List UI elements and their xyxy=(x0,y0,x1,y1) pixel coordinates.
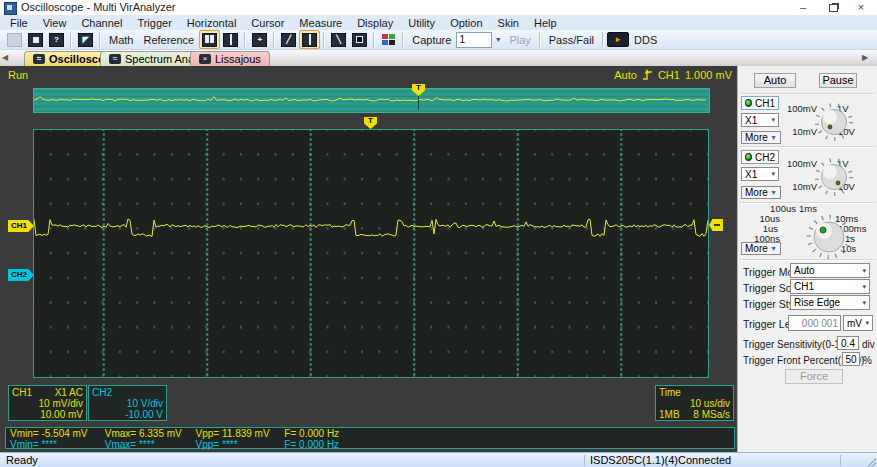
ch1-knob-label-10mv: 10mV xyxy=(785,126,817,137)
chevron-down-icon: ▾ xyxy=(862,299,866,307)
ch1-info-probe: X1 AC xyxy=(55,387,83,398)
menu-view[interactable]: View xyxy=(43,17,67,29)
trigger-sensitivity-unit: div xyxy=(862,339,875,350)
ch2-scale-knob[interactable] xyxy=(814,157,854,197)
ch1-enable-button[interactable]: CH1 xyxy=(741,96,779,110)
capture-label: Capture xyxy=(407,34,456,46)
menu-cursor[interactable]: Cursor xyxy=(251,17,284,29)
trigger-source-select[interactable]: CH1▾ xyxy=(790,279,870,294)
ch2-probe-select[interactable]: X1▾ xyxy=(741,167,779,181)
window-title: Oscilloscope - Multi VirAnalyzer xyxy=(21,1,175,13)
split-view-icon[interactable] xyxy=(199,30,220,49)
chevron-down-icon: ▾ xyxy=(771,116,775,124)
ch2-more-button[interactable]: More▼ xyxy=(741,186,781,199)
math-button[interactable]: Math xyxy=(104,34,138,46)
record-preview[interactable] xyxy=(33,88,710,113)
ch2-info-scale: 10 V/div xyxy=(127,398,163,409)
xy-view-icon[interactable] xyxy=(220,30,241,49)
chevron-down-icon: ▼ xyxy=(770,245,777,252)
minimize-button[interactable]: – xyxy=(789,0,817,15)
ch2-position-marker[interactable]: CH2 xyxy=(8,269,34,281)
ch1-position-marker[interactable]: CH1 xyxy=(8,220,34,232)
menu-channel[interactable]: Channel xyxy=(81,17,122,29)
trigger-level-input[interactable] xyxy=(788,315,841,331)
timebase-knob[interactable] xyxy=(805,213,853,261)
preview-trace xyxy=(34,97,706,101)
pointer-icon[interactable]: ◤ xyxy=(75,30,96,49)
app-window: Oscilloscope - Multi VirAnalyzer – × Fil… xyxy=(0,0,877,467)
ch1-knob-label-100mv: 100mV xyxy=(781,103,817,114)
trigger-mode-select[interactable]: Auto▾ xyxy=(790,263,870,278)
pause-button[interactable]: Pause xyxy=(819,73,857,88)
spectrum-tab-icon: ≈ xyxy=(109,54,121,64)
trigger-style-select[interactable]: Rise Edge▾ xyxy=(790,295,870,310)
line-icon[interactable]: ╲ xyxy=(328,30,349,49)
chevron-down-icon: ▾ xyxy=(865,319,869,327)
dds-icon[interactable]: ▸ xyxy=(607,32,629,47)
menu-skin[interactable]: Skin xyxy=(498,17,519,29)
trigger-front-input[interactable] xyxy=(842,352,860,366)
menu-horizontal[interactable]: Horizontal xyxy=(187,17,237,29)
ch1-knob-indicator xyxy=(828,125,833,130)
ch1-info-scale: 10 mV/div xyxy=(39,398,83,409)
ch1-more-button[interactable]: More▼ xyxy=(741,131,781,144)
menu-display[interactable]: Display xyxy=(357,17,393,29)
help-icon[interactable]: ? xyxy=(46,30,67,49)
ch1-info-offset: 10.00 mV xyxy=(40,409,83,420)
measurements-box: Vmin= -5.504 mV Vmax= 6.335 mV Vpp= 11.8… xyxy=(5,427,735,449)
square-icon[interactable] xyxy=(349,30,370,49)
auto-button[interactable]: Auto xyxy=(754,73,796,88)
play-button[interactable]: Play xyxy=(504,34,535,46)
tab-scroll-right-icon[interactable]: ▶ xyxy=(862,53,868,62)
ch1-trace-svg xyxy=(34,130,708,377)
trigger-level-unit-select[interactable]: mV▾ xyxy=(843,315,873,331)
ch2-info-title: CH2 xyxy=(92,387,112,398)
menu-option[interactable]: Option xyxy=(450,17,482,29)
resize-grip[interactable] xyxy=(865,456,876,467)
title-bar: Oscilloscope - Multi VirAnalyzer – × xyxy=(0,0,877,16)
ch1-measurements: Vmin= -5.504 mV Vmax= 6.335 mV Vpp= 11.8… xyxy=(10,428,730,439)
ch1-probe-select[interactable]: X1▾ xyxy=(741,113,779,127)
display-icon[interactable] xyxy=(299,30,320,49)
trigger-front-unit: % xyxy=(863,355,872,366)
open-icon[interactable] xyxy=(4,30,25,49)
plot-trigger-flag[interactable]: T xyxy=(364,117,377,129)
readout-channel: CH1 xyxy=(658,69,680,81)
status-device: ISDS205C(1.1)(4)Connected xyxy=(590,454,731,466)
restore-button[interactable] xyxy=(819,0,847,15)
dds-button[interactable]: DDS xyxy=(629,34,662,46)
capture-input[interactable] xyxy=(456,32,492,48)
waveform-plot[interactable] xyxy=(33,129,709,378)
readout-level: 1.000 mV xyxy=(685,69,732,81)
chevron-down-icon: ▾ xyxy=(862,283,866,291)
tab-scroll-left-icon[interactable]: ◀ xyxy=(2,53,8,62)
menu-file[interactable]: File xyxy=(10,17,28,29)
crosshair-icon[interactable]: + xyxy=(249,30,270,49)
restore-icon xyxy=(829,4,838,12)
status-bar: Ready ISDS205C(1.1)(4)Connected xyxy=(0,452,877,467)
menu-bar: File View Channel Trigger Horizontal Cur… xyxy=(0,15,877,30)
reference-button[interactable]: Reference xyxy=(138,34,199,46)
menu-utility[interactable]: Utility xyxy=(408,17,435,29)
ch2-enable-button[interactable]: CH2 xyxy=(741,150,779,164)
time-more-button[interactable]: More▼ xyxy=(741,242,781,255)
menu-help[interactable]: Help xyxy=(534,17,557,29)
trigger-level-marker[interactable] xyxy=(709,219,723,231)
force-button[interactable]: Force xyxy=(785,369,843,384)
palette-icon[interactable] xyxy=(378,30,399,49)
tab-lissajous[interactable]: × Lissajous xyxy=(190,51,270,66)
trigger-sensitivity-input[interactable] xyxy=(837,336,859,350)
oscilloscope-tab-icon: ≈ xyxy=(33,54,45,64)
tab-label: Lissajous xyxy=(215,53,261,65)
menu-trigger[interactable]: Trigger xyxy=(137,17,171,29)
capture-dropdown-icon[interactable]: ▾ xyxy=(492,32,504,48)
passfail-button[interactable]: Pass/Fail xyxy=(544,34,599,46)
ruler-icon[interactable]: ╱ xyxy=(278,30,299,49)
ch1-info-box: CH1X1 AC 10 mV/div 10.00 mV xyxy=(8,385,87,421)
close-button[interactable]: × xyxy=(847,0,875,15)
rise-edge-icon xyxy=(642,69,653,81)
time-info-box: Time 10 us/div 1MB8 MSa/s xyxy=(655,385,734,421)
ch1-scale-knob[interactable] xyxy=(814,102,854,142)
save-icon[interactable] xyxy=(25,30,46,49)
menu-measure[interactable]: Measure xyxy=(299,17,342,29)
